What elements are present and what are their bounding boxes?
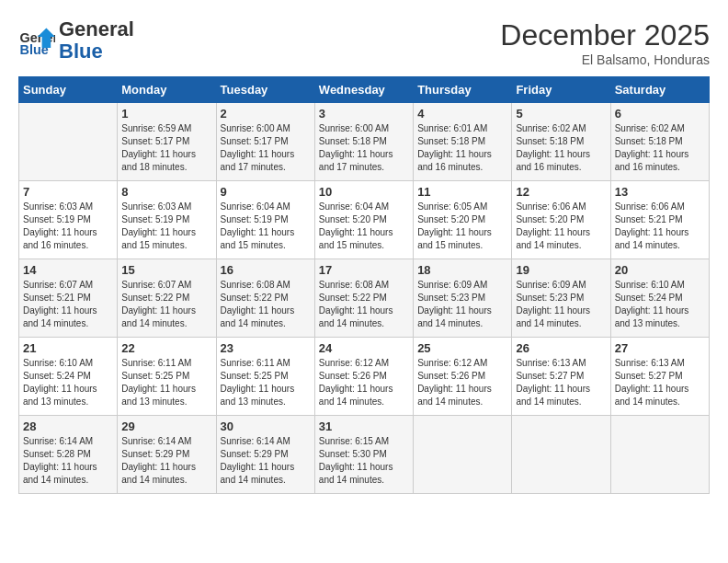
day-cell-1-3: 10 Sunrise: 6:04 AM Sunset: 5:20 PM Dayl…: [314, 181, 413, 259]
day-info: Sunrise: 6:10 AM Sunset: 5:24 PM Dayligh…: [615, 279, 705, 330]
week-row-2: 7 Sunrise: 6:03 AM Sunset: 5:19 PM Dayli…: [19, 181, 710, 259]
day-cell-4-0: 28 Sunrise: 6:14 AM Sunset: 5:28 PM Dayl…: [19, 416, 118, 494]
day-number: 9: [221, 185, 311, 199]
day-info: Sunrise: 6:01 AM Sunset: 5:18 PM Dayligh…: [417, 122, 507, 174]
day-cell-0-3: 3 Sunrise: 6:00 AM Sunset: 5:18 PM Dayli…: [314, 103, 413, 181]
day-number: 25: [417, 341, 507, 355]
header-row: Sunday Monday Tuesday Wednesday Thursday…: [19, 77, 710, 103]
day-info: Sunrise: 6:06 AM Sunset: 5:21 PM Dayligh…: [615, 201, 705, 252]
day-cell-2-6: 20 Sunrise: 6:10 AM Sunset: 5:24 PM Dayl…: [610, 259, 709, 338]
day-number: 16: [221, 263, 311, 277]
day-info: Sunrise: 6:59 AM Sunset: 5:17 PM Dayligh…: [121, 122, 211, 174]
day-number: 3: [319, 107, 409, 121]
col-monday: Monday: [118, 77, 216, 103]
day-info: Sunrise: 6:03 AM Sunset: 5:19 PM Dayligh…: [121, 201, 211, 252]
day-cell-4-5: [512, 416, 610, 494]
day-info: Sunrise: 6:15 AM Sunset: 5:30 PM Dayligh…: [319, 435, 409, 487]
day-cell-3-6: 27 Sunrise: 6:13 AM Sunset: 5:27 PM Dayl…: [610, 338, 709, 416]
day-cell-4-1: 29 Sunrise: 6:14 AM Sunset: 5:29 PM Dayl…: [118, 416, 216, 494]
day-cell-1-1: 8 Sunrise: 6:03 AM Sunset: 5:19 PM Dayli…: [118, 181, 216, 259]
day-cell-3-1: 22 Sunrise: 6:11 AM Sunset: 5:25 PM Dayl…: [118, 338, 216, 416]
day-number: 4: [417, 107, 507, 121]
day-info: Sunrise: 6:07 AM Sunset: 5:22 PM Dayligh…: [121, 279, 211, 330]
day-cell-0-6: 6 Sunrise: 6:02 AM Sunset: 5:18 PM Dayli…: [610, 103, 709, 181]
week-row-5: 28 Sunrise: 6:14 AM Sunset: 5:28 PM Dayl…: [19, 416, 710, 494]
day-number: 5: [516, 107, 606, 121]
day-number: 29: [121, 419, 211, 433]
day-number: 21: [23, 341, 113, 355]
day-cell-1-0: 7 Sunrise: 6:03 AM Sunset: 5:19 PM Dayli…: [19, 181, 118, 259]
day-cell-2-1: 15 Sunrise: 6:07 AM Sunset: 5:22 PM Dayl…: [118, 259, 216, 338]
calendar-table: Sunday Monday Tuesday Wednesday Thursday…: [18, 76, 710, 494]
day-cell-0-5: 5 Sunrise: 6:02 AM Sunset: 5:18 PM Dayli…: [512, 103, 610, 181]
day-number: 12: [516, 185, 606, 199]
day-info: Sunrise: 6:04 AM Sunset: 5:19 PM Dayligh…: [221, 201, 311, 252]
day-cell-2-3: 17 Sunrise: 6:08 AM Sunset: 5:22 PM Dayl…: [314, 259, 413, 338]
day-cell-4-2: 30 Sunrise: 6:14 AM Sunset: 5:29 PM Dayl…: [216, 416, 314, 494]
col-tuesday: Tuesday: [216, 77, 314, 103]
day-info: Sunrise: 6:14 AM Sunset: 5:29 PM Dayligh…: [221, 435, 311, 487]
day-info: Sunrise: 6:03 AM Sunset: 5:19 PM Dayligh…: [23, 201, 113, 252]
col-friday: Friday: [512, 77, 610, 103]
page-header: General Blue General Blue December 2025 …: [18, 18, 710, 67]
day-number: 18: [417, 263, 507, 277]
day-number: 30: [221, 419, 311, 433]
day-info: Sunrise: 6:00 AM Sunset: 5:18 PM Dayligh…: [319, 122, 409, 174]
day-info: Sunrise: 6:14 AM Sunset: 5:28 PM Dayligh…: [23, 435, 113, 487]
day-info: Sunrise: 6:14 AM Sunset: 5:29 PM Dayligh…: [121, 435, 211, 487]
day-info: Sunrise: 6:13 AM Sunset: 5:27 PM Dayligh…: [516, 357, 606, 408]
day-number: 31: [319, 419, 409, 433]
day-number: 17: [319, 263, 409, 277]
day-cell-0-1: 1 Sunrise: 6:59 AM Sunset: 5:17 PM Dayli…: [118, 103, 216, 181]
day-cell-0-4: 4 Sunrise: 6:01 AM Sunset: 5:18 PM Dayli…: [414, 103, 512, 181]
day-cell-0-2: 2 Sunrise: 6:00 AM Sunset: 5:17 PM Dayli…: [216, 103, 314, 181]
day-number: 1: [121, 107, 211, 121]
day-number: 24: [319, 341, 409, 355]
day-info: Sunrise: 6:00 AM Sunset: 5:17 PM Dayligh…: [221, 122, 311, 174]
day-info: Sunrise: 6:08 AM Sunset: 5:22 PM Dayligh…: [319, 279, 409, 330]
day-number: 19: [516, 263, 606, 277]
day-info: Sunrise: 6:11 AM Sunset: 5:25 PM Dayligh…: [121, 357, 211, 408]
day-cell-2-0: 14 Sunrise: 6:07 AM Sunset: 5:21 PM Dayl…: [19, 259, 118, 338]
day-cell-4-6: [610, 416, 709, 494]
col-wednesday: Wednesday: [314, 77, 413, 103]
day-number: 28: [23, 419, 113, 433]
day-info: Sunrise: 6:07 AM Sunset: 5:21 PM Dayligh…: [23, 279, 113, 330]
day-cell-4-3: 31 Sunrise: 6:15 AM Sunset: 5:30 PM Dayl…: [314, 416, 413, 494]
day-cell-1-5: 12 Sunrise: 6:06 AM Sunset: 5:20 PM Dayl…: [512, 181, 610, 259]
logo-icon: General Blue: [18, 22, 55, 59]
day-info: Sunrise: 6:11 AM Sunset: 5:25 PM Dayligh…: [221, 357, 311, 408]
day-number: 13: [615, 185, 705, 199]
day-number: 27: [615, 341, 705, 355]
day-number: 14: [23, 263, 113, 277]
day-number: 11: [417, 185, 507, 199]
day-cell-1-2: 9 Sunrise: 6:04 AM Sunset: 5:19 PM Dayli…: [216, 181, 314, 259]
col-saturday: Saturday: [610, 77, 709, 103]
day-cell-2-2: 16 Sunrise: 6:08 AM Sunset: 5:22 PM Dayl…: [216, 259, 314, 338]
day-cell-1-4: 11 Sunrise: 6:05 AM Sunset: 5:20 PM Dayl…: [414, 181, 512, 259]
day-info: Sunrise: 6:04 AM Sunset: 5:20 PM Dayligh…: [319, 201, 409, 252]
day-info: Sunrise: 6:13 AM Sunset: 5:27 PM Dayligh…: [615, 357, 705, 408]
day-number: 10: [319, 185, 409, 199]
day-number: 22: [121, 341, 211, 355]
day-number: 8: [121, 185, 211, 199]
location: El Balsamo, Honduras: [500, 52, 710, 67]
col-sunday: Sunday: [19, 77, 118, 103]
day-cell-3-5: 26 Sunrise: 6:13 AM Sunset: 5:27 PM Dayl…: [512, 338, 610, 416]
day-info: Sunrise: 6:12 AM Sunset: 5:26 PM Dayligh…: [319, 357, 409, 408]
day-info: Sunrise: 6:06 AM Sunset: 5:20 PM Dayligh…: [516, 201, 606, 252]
day-info: Sunrise: 6:12 AM Sunset: 5:26 PM Dayligh…: [417, 357, 507, 408]
day-number: 23: [221, 341, 311, 355]
day-info: Sunrise: 6:08 AM Sunset: 5:22 PM Dayligh…: [221, 279, 311, 330]
day-cell-3-3: 24 Sunrise: 6:12 AM Sunset: 5:26 PM Dayl…: [314, 338, 413, 416]
day-number: 6: [615, 107, 705, 121]
day-number: 26: [516, 341, 606, 355]
logo: General Blue General Blue: [18, 18, 134, 63]
day-cell-0-0: [19, 103, 118, 181]
month-title: December 2025: [500, 18, 710, 52]
day-cell-2-5: 19 Sunrise: 6:09 AM Sunset: 5:23 PM Dayl…: [512, 259, 610, 338]
day-info: Sunrise: 6:09 AM Sunset: 5:23 PM Dayligh…: [417, 279, 507, 330]
day-info: Sunrise: 6:09 AM Sunset: 5:23 PM Dayligh…: [516, 279, 606, 330]
col-thursday: Thursday: [414, 77, 512, 103]
day-cell-4-4: [414, 416, 512, 494]
